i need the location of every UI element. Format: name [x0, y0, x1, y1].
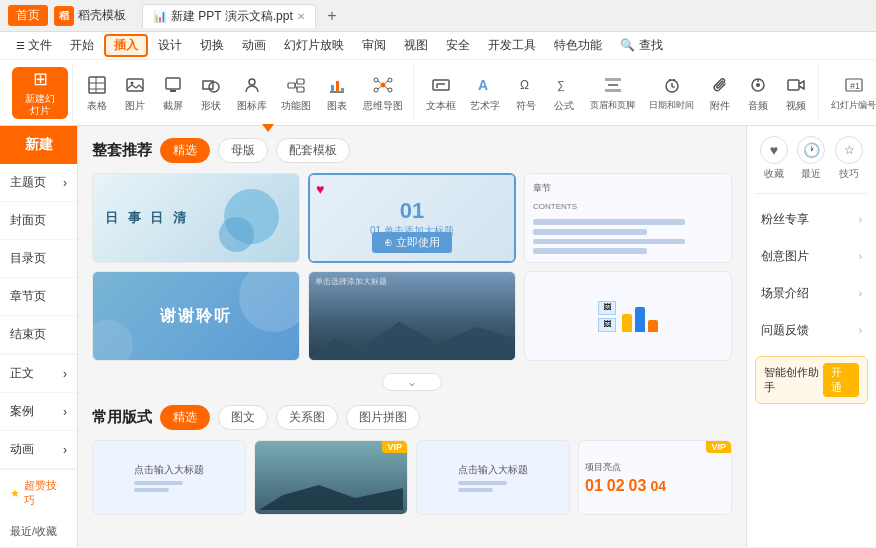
home-button[interactable]: 首页	[8, 5, 48, 26]
sidebar-item-end[interactable]: 结束页	[0, 316, 77, 354]
sidebar-star-tips[interactable]: ★ 超赞技巧	[0, 469, 77, 516]
symbol-button[interactable]: Ω 符号	[508, 69, 544, 117]
formula-button[interactable]: ∑ 公式	[546, 69, 582, 117]
action-tips[interactable]: ☆ 技巧	[835, 136, 863, 181]
new-slide-button[interactable]: ⊞ 新建幻灯片	[12, 67, 68, 119]
mindmap-button[interactable]: 思维导图	[357, 69, 409, 117]
arttext-button[interactable]: A 艺术字	[464, 69, 506, 117]
menu-design[interactable]: 设计	[150, 35, 190, 56]
num-02: 02	[607, 477, 625, 495]
action-favorite[interactable]: ♥ 收藏	[760, 136, 788, 181]
menu-devtools[interactable]: 开发工具	[480, 35, 544, 56]
active-tab[interactable]: 📊 新建 PPT 演示文稿.ppt ✕	[142, 4, 316, 28]
ai-open-button[interactable]: 开通	[823, 363, 859, 397]
rp-item-scene[interactable]: 场景介绍 ›	[755, 278, 868, 309]
svg-rect-13	[297, 87, 304, 92]
headerfooter-button[interactable]: 页眉和页脚	[584, 69, 641, 116]
bottom-card-1[interactable]: 点击输入大标题	[92, 440, 246, 515]
sidebar-recent-favorites[interactable]: 最近/收藏	[0, 516, 77, 547]
menu-switch[interactable]: 切换	[192, 35, 232, 56]
bottom-card1-title: 点击输入大标题	[134, 463, 204, 477]
menu-slideshow[interactable]: 幻灯片放映	[276, 35, 352, 56]
menu-view[interactable]: 视图	[396, 35, 436, 56]
rp-creative-label: 创意图片	[761, 248, 809, 265]
content-line-2	[533, 229, 647, 235]
template-card-1[interactable]: 日 事 日 清	[92, 173, 300, 263]
sidebar-item-body[interactable]: 正文 ›	[0, 355, 77, 393]
textbox-button[interactable]: 文本框	[420, 69, 462, 117]
menu-insert[interactable]: 插入	[104, 34, 148, 57]
slideno-button[interactable]: #1 幻灯片编号	[825, 69, 876, 116]
datetime-button[interactable]: 日期和时间	[643, 69, 700, 116]
bottom-card-4[interactable]: VIP 项目亮点 01 02 03 04	[578, 440, 732, 515]
card3-content: 章节 CONTENTS	[525, 174, 731, 262]
bottom-card-3[interactable]: 点击输入大标题	[416, 440, 570, 515]
bottom-card-2[interactable]: VIP	[254, 440, 408, 515]
rp-item-creative[interactable]: 创意图片 ›	[755, 241, 868, 272]
section2-filter-imgtext[interactable]: 图文	[218, 405, 268, 430]
video-button[interactable]: 视频	[778, 69, 814, 117]
vip-badge-2: VIP	[706, 441, 731, 453]
menu-file[interactable]: ☰ 文件	[8, 35, 60, 56]
sidebar-item-theme[interactable]: 主题页 ›	[0, 164, 77, 202]
template-card-2[interactable]: ♥ 01 01 单击添加大标题 ⊕ 立即使用	[308, 173, 516, 263]
template-card-3[interactable]: 章节 CONTENTS	[524, 173, 732, 263]
svg-point-24	[388, 88, 392, 92]
sidebar-item-cover[interactable]: 封面页	[0, 202, 77, 240]
action-recent[interactable]: 🕐 最近	[797, 136, 825, 181]
template-card-6[interactable]: 🖼 🖼	[524, 271, 732, 361]
menu-review[interactable]: 审阅	[354, 35, 394, 56]
menu-special[interactable]: 特色功能	[546, 35, 610, 56]
icon-lib-button[interactable]: 图标库	[231, 69, 273, 117]
new-template-button[interactable]: 新建	[0, 126, 77, 164]
bottom-card1-inner: 点击输入大标题	[93, 441, 245, 514]
insert-group-1: 表格 图片 截屏 形状	[75, 64, 414, 121]
icon-lib-icon	[240, 73, 264, 97]
menu-bar: ☰ 文件 开始 插入 设计 切换 动画 幻灯片放映 审阅 视图 安全 开发工具 …	[0, 32, 876, 60]
icon-lib-label: 图标库	[237, 99, 267, 113]
menu-animation[interactable]: 动画	[234, 35, 274, 56]
card4-inner: 谢谢聆听	[93, 272, 299, 360]
svg-point-22	[374, 88, 378, 92]
image-button[interactable]: 图片	[117, 69, 153, 117]
template-card-4[interactable]: 谢谢聆听	[92, 271, 300, 361]
rp-item-feedback[interactable]: 问题反馈 ›	[755, 315, 868, 346]
sidebar-item-case[interactable]: 案例 ›	[0, 393, 77, 431]
template-card-5[interactable]: 单击选择添加大标题	[308, 271, 516, 361]
image-label: 图片	[125, 99, 145, 113]
use-now-button[interactable]: ⊕ 立即使用	[372, 232, 452, 253]
star-icon: ★	[10, 487, 20, 500]
shape-button[interactable]: 形状	[193, 69, 229, 117]
screenshot-button[interactable]: 截屏	[155, 69, 191, 117]
rp-fans-label: 粉丝专享	[761, 211, 809, 228]
favorite-label: 收藏	[764, 167, 784, 181]
sidebar-item-chapter[interactable]: 章节页	[0, 278, 77, 316]
card5-inner: 单击选择添加大标题	[309, 272, 515, 360]
ribbon: ☰ 文件 开始 插入 设计 切换 动画 幻灯片放映 审阅 视图 安全 开发工具 …	[0, 32, 876, 126]
rp-item-fans[interactable]: 粉丝专享 ›	[755, 204, 868, 235]
chart-button[interactable]: 图表	[319, 69, 355, 117]
menu-search[interactable]: 🔍 查找	[612, 35, 670, 56]
table-icon	[85, 73, 109, 97]
collapse-button[interactable]: ⌄	[382, 373, 442, 391]
filter-matching-btn[interactable]: 配套模板	[276, 138, 350, 163]
smartart-button[interactable]: 功能图	[275, 69, 317, 117]
card3-subtitle: CONTENTS	[533, 202, 723, 211]
sidebar-item-animation[interactable]: 动画 ›	[0, 431, 77, 469]
sidebar-item-toc[interactable]: 目录页	[0, 240, 77, 278]
bottom-card3-inner: 点击输入大标题	[417, 441, 569, 514]
table-button[interactable]: 表格	[79, 69, 115, 117]
filter-template-btn[interactable]: 母版	[218, 138, 268, 163]
section2-filter-photocollage[interactable]: 图片拼图	[346, 405, 420, 430]
filter-selected-btn[interactable]: 精选	[160, 138, 210, 163]
menu-start[interactable]: 开始	[62, 35, 102, 56]
section2-filter-relation[interactable]: 关系图	[276, 405, 338, 430]
menu-security[interactable]: 安全	[438, 35, 478, 56]
section2-filter-selected[interactable]: 精选	[160, 405, 210, 430]
add-tab-button[interactable]: +	[322, 6, 342, 26]
attachment-button[interactable]: 附件	[702, 69, 738, 117]
bottom-nums-row: 01 02 03 04	[585, 477, 725, 495]
insert-group-2: 文本框 A 艺术字 Ω 符号 ∑ 公式	[416, 64, 819, 121]
audio-button[interactable]: 音频	[740, 69, 776, 117]
tab-close-icon[interactable]: ✕	[297, 11, 305, 22]
